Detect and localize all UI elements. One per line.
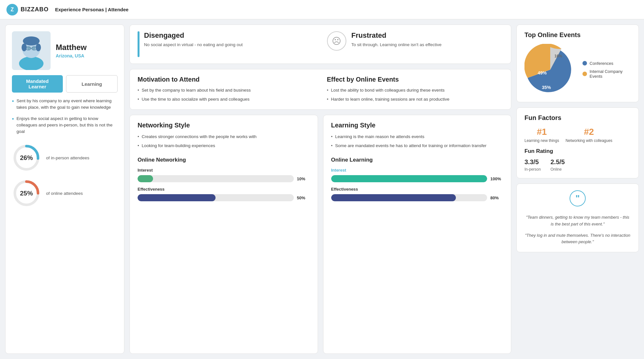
learning-interest-track [331, 175, 487, 182]
motivation-point-2: • Use the time to also socialize with pe… [138, 96, 314, 103]
disengaged-desc: No social aspect in virtual - no eating … [144, 42, 243, 48]
quote-text-2: "They log in and mute themselves. There'… [524, 232, 631, 246]
networking-text-1: Creates stronger connections with the pe… [142, 134, 256, 140]
header: Z BIZZABO Experience Personas | Attendee [0, 0, 644, 19]
fun-rank-1: #1 [537, 127, 547, 137]
learning-text-1: Learning is the main reason he attends e… [335, 134, 424, 140]
rating-online-value: 2.5/5 [551, 158, 565, 166]
learning-card: Learning Style • Learning is the main re… [323, 115, 512, 354]
svg-point-9 [22, 44, 27, 51]
networking-interest-track [138, 175, 294, 182]
bio-text-2: Enjoys the social aspect in getting to k… [16, 115, 118, 135]
profile-info: Matthew Arizona, USA [56, 43, 87, 58]
learning-point-1: • Learning is the main reason he attends… [331, 134, 504, 140]
networking-interest-fill [138, 175, 153, 182]
effect-point-1: • Lost the ability to bond with colleagu… [327, 87, 504, 94]
learning-list: • Learning is the main reason he attends… [331, 134, 504, 149]
effect-dot-2: • [327, 96, 329, 103]
profile-section: Matthew Arizona, USA [12, 31, 118, 70]
networking-interest-row: 10% [138, 175, 310, 182]
bullet-icon-2: • [12, 115, 14, 135]
motivation-card: Motivation to Attend • Set by the compan… [130, 69, 511, 110]
rating-online-label: Online [551, 167, 565, 172]
inperson-desc: of in-person attendees [46, 155, 89, 160]
mandated-learner-button[interactable]: Mandated Learner [12, 75, 63, 93]
disengaged-content: Disengaged No social aspect in virtual -… [144, 31, 243, 57]
logo: Z BIZZABO [6, 4, 49, 15]
fun-factors-row: #1 Learning new things #2 Networking wit… [524, 127, 631, 143]
networking-effectiveness-label: Effectiveness [138, 187, 310, 192]
learning-effectiveness-label: Effectiveness [331, 187, 504, 192]
networking-interest-label: Interest [138, 168, 310, 173]
quote-text-1: "Team dinners, getting to know my team m… [524, 214, 631, 228]
learning-button[interactable]: Learning [66, 75, 118, 93]
networking-interest-section: Interest 10% [138, 168, 310, 182]
svg-text:49%: 49% [538, 70, 547, 75]
bio-points: • Sent by his company to any event where… [12, 98, 118, 135]
networking-point-2: • Looking for team-building experiences [138, 143, 310, 149]
svg-point-1 [19, 56, 43, 70]
legend-label-conferences: Conferences [590, 61, 613, 66]
learning-point-2: • Some are mandated events he has to att… [331, 143, 504, 149]
svg-point-10 [36, 44, 41, 51]
networking-text-2: Looking for team-building experiences [142, 143, 215, 149]
learning-interest-pct: 100% [490, 176, 503, 181]
profile-name: Matthew [56, 43, 87, 52]
profile-location: Arizona, USA [56, 53, 87, 58]
effect-dot-1: • [327, 87, 329, 94]
networking-card: Networking Style • Creates stronger conn… [130, 115, 318, 354]
networking-effectiveness-row: 50% [138, 194, 310, 201]
effect-list: • Lost the ability to bond with colleagu… [327, 87, 504, 103]
motivation-title: Motivation to Attend [138, 76, 314, 83]
bullet-icon-1: • [12, 97, 14, 111]
breadcrumb: Experience Personas | Attendee [55, 7, 129, 12]
learning-title: Learning Style [331, 122, 504, 129]
pie-chart: 49% 35% 16% [524, 44, 576, 95]
bio-point-1: • Sent by his company to any event where… [12, 98, 118, 111]
circle-online: 25% [12, 179, 41, 208]
svg-text:16%: 16% [554, 54, 562, 58]
motivation-point-1: • Set by the company to learn about his … [138, 87, 314, 94]
learning-effectiveness-pct: 80% [490, 195, 503, 200]
sidebar: Matthew Arizona, USA Mandated Learner Le… [5, 25, 124, 354]
frown-icon: ☹ [327, 31, 346, 51]
networking-effectiveness-track [138, 194, 294, 201]
learning-effectiveness-track [331, 194, 487, 201]
fun-factors-title: Fun Factors [524, 114, 631, 122]
rating-inperson: 3.3/5 In-person [524, 158, 541, 172]
right-sidebar: Top Online Events 49% 35% [516, 25, 639, 354]
circle-inperson: 26% [12, 143, 41, 172]
learning-effectiveness-fill [331, 194, 456, 201]
disengaged-title: Disengaged [144, 31, 243, 40]
top-online-events-card: Top Online Events 49% 35% [516, 25, 639, 102]
rating-inperson-value: 3.3/5 [524, 158, 541, 166]
learning-interest-fill [331, 175, 487, 182]
quotemark-icon: " [575, 193, 580, 204]
effect-section: Effect by Online Events • Lost the abili… [327, 76, 504, 103]
effect-point-2: • Harder to learn online, training sessi… [327, 96, 504, 103]
networking-effectiveness-fill [138, 194, 216, 201]
frustrated-title: Frustrated [351, 31, 442, 40]
learning-effectiveness-row: 80% [331, 194, 504, 201]
pie-legend: Conferences Internal Company Events [582, 61, 631, 79]
frustrated-desc: To sit through. Learning online isn't as… [351, 42, 442, 48]
legend-conferences: Conferences [582, 61, 631, 66]
motivation-section: Motivation to Attend • Set by the compan… [138, 76, 314, 103]
avatar-image [12, 31, 51, 70]
rating-inperson-label: In-person [524, 167, 541, 172]
learning-interest-section: Interest 100% [331, 168, 504, 182]
learning-interest-row: 100% [331, 175, 504, 182]
learning-interest-label: Interest [331, 168, 504, 173]
teal-bar [138, 31, 139, 57]
fun-desc-1: Learning new things [524, 138, 559, 143]
motivation-text-1: Set by the company to learn about his fi… [142, 87, 251, 94]
legend-internal: Internal Company Events [582, 69, 631, 79]
quote-icon: " [570, 190, 586, 206]
frustrated-content: Frustrated To sit through. Learning onli… [351, 31, 442, 48]
effect-text-1: Lost the ability to bond with colleagues… [331, 87, 445, 94]
learning-text-2: Some are mandated events he has to atten… [335, 143, 486, 149]
inperson-percent: 26% [20, 154, 33, 162]
pie-chart-title: Top Online Events [524, 31, 631, 39]
quote-card: " "Team dinners, getting to know my team… [516, 184, 639, 252]
online-networking-title: Online Networking [138, 157, 310, 163]
